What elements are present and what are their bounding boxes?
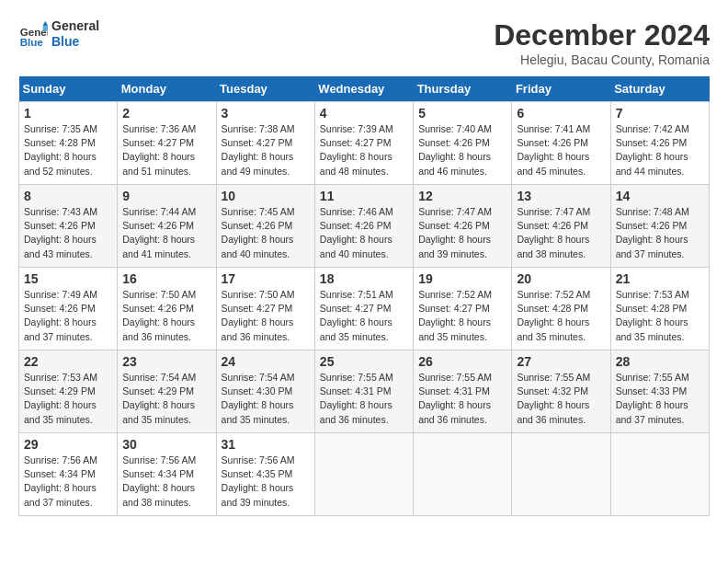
table-row: 11 Sunrise: 7:46 AMSunset: 4:26 PMDaylig… (314, 185, 413, 268)
table-row: 10 Sunrise: 7:45 AMSunset: 4:26 PMDaylig… (216, 185, 314, 268)
page-header: General Blue General Blue December 2024 … (18, 18, 710, 67)
col-saturday: Saturday (610, 76, 709, 102)
table-row: 17 Sunrise: 7:50 AMSunset: 4:27 PMDaylig… (216, 268, 314, 350)
table-row: 3 Sunrise: 7:38 AMSunset: 4:27 PMDayligh… (216, 102, 314, 185)
table-row: 15 Sunrise: 7:49 AMSunset: 4:26 PMDaylig… (19, 268, 118, 350)
logo-line2: Blue (51, 34, 99, 50)
col-monday: Monday (118, 76, 216, 102)
table-row: 6 Sunrise: 7:41 AMSunset: 4:26 PMDayligh… (512, 102, 610, 185)
calendar-header-row: Sunday Monday Tuesday Wednesday Thursday… (19, 76, 710, 102)
month-title: December 2024 (494, 18, 710, 52)
calendar-week-3: 15 Sunrise: 7:49 AMSunset: 4:26 PMDaylig… (19, 268, 710, 350)
calendar-week-4: 22 Sunrise: 7:53 AMSunset: 4:29 PMDaylig… (19, 350, 710, 433)
svg-marker-3 (43, 26, 48, 30)
title-block: December 2024 Helegiu, Bacau County, Rom… (494, 18, 710, 67)
calendar-week-1: 1 Sunrise: 7:35 AMSunset: 4:28 PMDayligh… (19, 102, 710, 185)
table-row: 25 Sunrise: 7:55 AMSunset: 4:31 PMDaylig… (314, 350, 413, 433)
table-row: 12 Sunrise: 7:47 AMSunset: 4:26 PMDaylig… (414, 185, 512, 268)
empty-cell (414, 433, 512, 516)
empty-cell (314, 433, 413, 516)
table-row: 16 Sunrise: 7:50 AMSunset: 4:26 PMDaylig… (118, 268, 216, 350)
calendar-week-5: 29 Sunrise: 7:56 AMSunset: 4:34 PMDaylig… (19, 433, 710, 516)
svg-text:Blue: Blue (20, 37, 44, 48)
col-wednesday: Wednesday (314, 76, 413, 102)
location: Helegiu, Bacau County, Romania (494, 52, 710, 67)
table-row: 8 Sunrise: 7:43 AMSunset: 4:26 PMDayligh… (19, 185, 118, 268)
empty-cell (610, 433, 709, 516)
table-row: 27 Sunrise: 7:55 AMSunset: 4:32 PMDaylig… (512, 350, 610, 433)
logo-line1: General (51, 18, 99, 34)
table-row: 19 Sunrise: 7:52 AMSunset: 4:27 PMDaylig… (414, 268, 512, 350)
logo-icon: General Blue (18, 19, 48, 49)
svg-marker-2 (43, 21, 48, 26)
table-row: 20 Sunrise: 7:52 AMSunset: 4:28 PMDaylig… (512, 268, 610, 350)
calendar-table: Sunday Monday Tuesday Wednesday Thursday… (18, 76, 710, 516)
table-row: 5 Sunrise: 7:40 AMSunset: 4:26 PMDayligh… (414, 102, 512, 185)
table-row: 7 Sunrise: 7:42 AMSunset: 4:26 PMDayligh… (610, 102, 709, 185)
table-row: 18 Sunrise: 7:51 AMSunset: 4:27 PMDaylig… (314, 268, 413, 350)
table-row: 14 Sunrise: 7:48 AMSunset: 4:26 PMDaylig… (610, 185, 709, 268)
table-row: 24 Sunrise: 7:54 AMSunset: 4:30 PMDaylig… (216, 350, 314, 433)
table-row: 22 Sunrise: 7:53 AMSunset: 4:29 PMDaylig… (19, 350, 118, 433)
table-row: 1 Sunrise: 7:35 AMSunset: 4:28 PMDayligh… (19, 102, 118, 185)
table-row: 30 Sunrise: 7:56 AMSunset: 4:34 PMDaylig… (118, 433, 216, 516)
table-row: 13 Sunrise: 7:47 AMSunset: 4:26 PMDaylig… (512, 185, 610, 268)
table-row: 31 Sunrise: 7:56 AMSunset: 4:35 PMDaylig… (216, 433, 314, 516)
col-thursday: Thursday (414, 76, 512, 102)
logo: General Blue General Blue (18, 18, 99, 50)
table-row: 23 Sunrise: 7:54 AMSunset: 4:29 PMDaylig… (118, 350, 216, 433)
table-row: 28 Sunrise: 7:55 AMSunset: 4:33 PMDaylig… (610, 350, 709, 433)
table-row: 2 Sunrise: 7:36 AMSunset: 4:27 PMDayligh… (118, 102, 216, 185)
table-row: 4 Sunrise: 7:39 AMSunset: 4:27 PMDayligh… (314, 102, 413, 185)
col-sunday: Sunday (19, 76, 118, 102)
table-row: 29 Sunrise: 7:56 AMSunset: 4:34 PMDaylig… (19, 433, 118, 516)
calendar-week-2: 8 Sunrise: 7:43 AMSunset: 4:26 PMDayligh… (19, 185, 710, 268)
col-friday: Friday (512, 76, 610, 102)
table-row: 26 Sunrise: 7:55 AMSunset: 4:31 PMDaylig… (414, 350, 512, 433)
col-tuesday: Tuesday (216, 76, 314, 102)
empty-cell (512, 433, 610, 516)
table-row: 21 Sunrise: 7:53 AMSunset: 4:28 PMDaylig… (610, 268, 709, 350)
table-row: 9 Sunrise: 7:44 AMSunset: 4:26 PMDayligh… (118, 185, 216, 268)
